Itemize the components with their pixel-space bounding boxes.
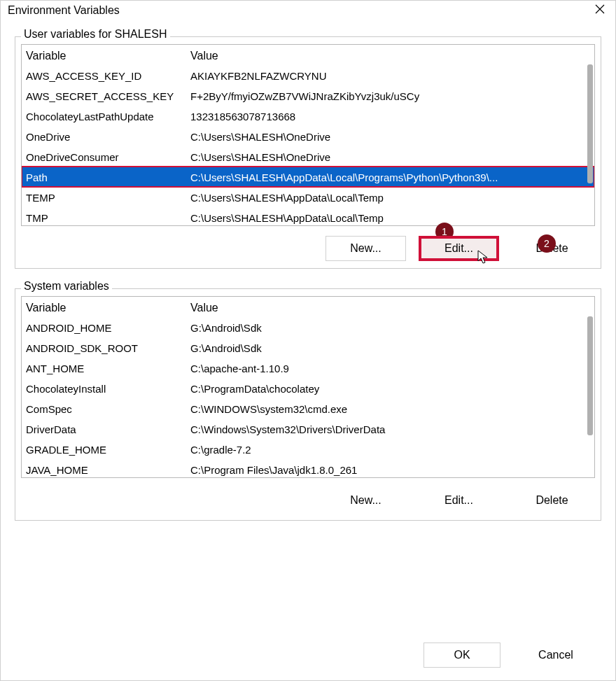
titlebar: Environment Variables (1, 1, 615, 22)
table-row[interactable]: JAVA_HOMEC:\Program Files\Java\jdk1.8.0_… (22, 459, 594, 478)
annotation-badge-2: 2 (538, 234, 556, 253)
variable-cell: OneDriveConsumer (26, 148, 190, 165)
user-edit-button[interactable]: Edit... (419, 236, 499, 261)
value-cell: 132318563078713668 (190, 107, 590, 125)
env-vars-dialog: Environment Variables User variables for… (0, 0, 616, 681)
close-icon[interactable] (594, 3, 606, 17)
table-row[interactable]: DriverDataC:\Windows\System32\Drivers\Dr… (22, 419, 594, 439)
system-group-label: System variables (21, 280, 112, 293)
user-group-label: User variables for SHALESH (21, 28, 170, 41)
table-row[interactable]: AWS_ACCESS_KEY_IDAKIAYKFB2NLFAZWCRYNU (22, 65, 594, 85)
variable-cell: ANDROID_SDK_ROOT (26, 339, 190, 356)
value-cell: C:\Users\SHALESH\AppData\Local\Temp (190, 209, 590, 226)
value-cell: C:\Windows\System32\Drivers\DriverData (190, 420, 590, 437)
variable-cell: ANDROID_HOME (26, 318, 190, 336)
variable-cell: GRADLE_HOME (26, 440, 190, 458)
user-variables-group: User variables for SHALESH Variable Valu… (15, 36, 601, 269)
variable-cell: AWS_ACCESS_KEY_ID (26, 66, 190, 84)
user-buttons-row: New... Edit... 2 Delete (21, 236, 595, 261)
system-buttons-row: New... Edit... Delete (21, 488, 595, 513)
table-row[interactable]: AWS_SECRET_ACCESS_KEYF+2ByY/fmyiOZwZB7VW… (22, 85, 594, 106)
value-cell: C:\ProgramData\chocolatey (190, 379, 590, 397)
dialog-title: Environment Variables (8, 4, 120, 17)
system-new-button[interactable]: New... (326, 488, 406, 513)
table-row[interactable]: ANDROID_HOMEG:\Android\Sdk (22, 317, 594, 337)
ok-button[interactable]: OK (424, 643, 500, 668)
variable-cell: TEMP (26, 188, 190, 206)
variable-cell: JAVA_HOME (26, 461, 190, 478)
value-cell: C:\Users\SHALESH\OneDrive (190, 148, 590, 165)
column-variable-header: Variable (26, 298, 190, 316)
value-cell: G:\Android\Sdk (190, 318, 590, 336)
system-edit-button[interactable]: Edit... (419, 488, 499, 513)
value-cell: C:\Program Files\Java\jdk1.8.0_261 (190, 461, 590, 478)
user-variables-listbox[interactable]: Variable Value AWS_ACCESS_KEY_IDAKIAYKFB… (21, 44, 595, 226)
list-header: Variable Value (22, 297, 594, 317)
variable-cell: ChocolateyLastPathUpdate (26, 107, 190, 125)
column-value-header: Value (190, 298, 590, 316)
table-row[interactable]: GRADLE_HOMEC:\gradle-7.2 (22, 439, 594, 459)
dialog-footer-buttons: OK Cancel (424, 643, 594, 668)
system-delete-button[interactable]: Delete (512, 488, 592, 513)
table-row[interactable]: OneDriveConsumerC:\Users\SHALESH\OneDriv… (22, 146, 594, 167)
table-row[interactable]: TMPC:\Users\SHALESH\AppData\Local\Temp (22, 207, 594, 226)
value-cell: C:\apache-ant-1.10.9 (190, 359, 590, 377)
table-row[interactable]: OneDriveC:\Users\SHALESH\OneDrive (22, 126, 594, 146)
variable-cell: Path (26, 168, 190, 185)
table-row[interactable]: TEMPC:\Users\SHALESH\AppData\Local\Temp (22, 187, 594, 207)
value-cell: AKIAYKFB2NLFAZWCRYNU (190, 66, 590, 84)
column-value-header: Value (190, 46, 590, 64)
value-cell: C:\Users\SHALESH\AppData\Local\Temp (190, 188, 590, 206)
cancel-button[interactable]: Cancel (517, 643, 594, 668)
value-cell: G:\Android\Sdk (190, 339, 590, 356)
scrollbar-thumb[interactable] (587, 316, 593, 435)
value-cell: C:\gradle-7.2 (190, 440, 590, 458)
table-row[interactable]: PathC:\Users\SHALESH\AppData\Local\Progr… (22, 167, 594, 187)
value-cell: C:\Users\SHALESH\AppData\Local\Programs\… (190, 168, 590, 185)
variable-cell: ComSpec (26, 400, 190, 417)
variable-cell: OneDrive (26, 127, 190, 145)
value-cell: C:\WINDOWS\system32\cmd.exe (190, 400, 590, 417)
value-cell: C:\Users\SHALESH\OneDrive (190, 127, 590, 145)
variable-cell: ChocolateyInstall (26, 379, 190, 397)
table-row[interactable]: ChocolateyLastPathUpdate1323185630787136… (22, 106, 594, 126)
scrollbar-thumb[interactable] (587, 64, 593, 183)
system-variables-group: System variables Variable Value ANDROID_… (15, 288, 601, 521)
variable-cell: TMP (26, 209, 190, 226)
table-row[interactable]: ANDROID_SDK_ROOTG:\Android\Sdk (22, 337, 594, 358)
table-row[interactable]: ComSpecC:\WINDOWS\system32\cmd.exe (22, 398, 594, 419)
variable-cell: ANT_HOME (26, 359, 190, 377)
table-row[interactable]: ANT_HOMEC:\apache-ant-1.10.9 (22, 358, 594, 378)
system-variables-listbox[interactable]: Variable Value ANDROID_HOMEG:\Android\Sd… (21, 296, 595, 478)
column-variable-header: Variable (26, 46, 190, 64)
user-new-button[interactable]: New... (326, 236, 406, 261)
variable-cell: AWS_SECRET_ACCESS_KEY (26, 87, 190, 104)
variable-cell: DriverData (26, 420, 190, 437)
list-header: Variable Value (22, 45, 594, 65)
value-cell: F+2ByY/fmyiOZwZB7VWiJNraZKibYvzj3uk/uSCy (190, 87, 590, 104)
table-row[interactable]: ChocolateyInstallC:\ProgramData\chocolat… (22, 378, 594, 398)
